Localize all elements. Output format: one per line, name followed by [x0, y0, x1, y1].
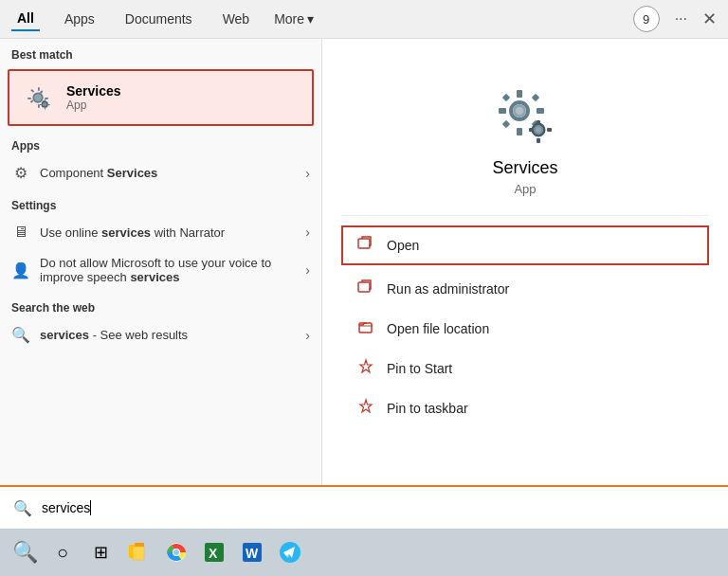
chevron-right-icon-4: › [305, 328, 310, 343]
taskbar: 🔍 ○ ⊞ X W [0, 529, 728, 576]
chevron-right-icon-3: › [305, 262, 310, 278]
search-cursor [90, 500, 91, 515]
taskbar-word[interactable]: W [235, 535, 269, 569]
services-icon [21, 81, 55, 115]
taskbar-chrome[interactable] [159, 535, 193, 569]
pin-to-taskbar-action[interactable]: Pin to taskbar [341, 388, 709, 428]
settings-section-label: Settings [0, 189, 321, 216]
svg-rect-8 [537, 108, 544, 114]
component-services-icon: ⚙ [11, 164, 30, 182]
file-location-label: Open file location [387, 321, 489, 336]
chevron-right-icon-2: › [305, 225, 310, 240]
open-label: Open [387, 238, 419, 253]
more-menu[interactable]: More ▾ [274, 11, 314, 27]
narrator-icon: 🖥 [11, 224, 30, 241]
taskbar-grid[interactable]: ⊞ [83, 535, 118, 569]
taskbar-excel[interactable]: X [197, 535, 231, 569]
svg-rect-17 [537, 138, 540, 143]
main-container: Best match [0, 39, 728, 511]
taskbar-search[interactable]: 🔍 [8, 535, 42, 569]
app-detail: Services App [341, 58, 709, 216]
narrator-label: Use online services with Narrator [40, 225, 296, 240]
tab-web[interactable]: Web [217, 8, 256, 30]
run-admin-icon [356, 279, 375, 299]
svg-rect-6 [517, 128, 522, 135]
search-input-value: services [42, 500, 90, 515]
file-location-icon [356, 318, 375, 339]
top-navigation: All Apps Documents Web More ▾ 9 ··· ✕ [0, 0, 728, 39]
web-search-item[interactable]: 🔍 services - See web results › [0, 318, 321, 351]
app-detail-name: Services [492, 158, 557, 178]
run-admin-label: Run as administrator [387, 281, 509, 297]
search-input-container[interactable]: services [42, 500, 91, 515]
more-options-button[interactable]: ··· [671, 9, 691, 29]
apps-section-label: Apps [0, 130, 321, 156]
open-icon [356, 235, 375, 256]
best-match-item[interactable]: Services App [8, 69, 314, 126]
taskbar-files[interactable] [121, 535, 155, 569]
pin-start-label: Pin to Start [387, 361, 452, 376]
best-match-text: Services App [66, 83, 121, 112]
search-icon: 🔍 [13, 499, 32, 517]
microsoft-icon: 👤 [11, 261, 30, 279]
svg-text:W: W [246, 546, 259, 561]
svg-rect-27 [133, 547, 144, 560]
svg-rect-16 [537, 120, 540, 125]
right-panel: Services App Open [322, 39, 728, 511]
tab-all[interactable]: All [11, 7, 40, 31]
svg-text:X: X [209, 546, 218, 561]
tab-apps[interactable]: Apps [59, 8, 100, 30]
actions-list: Open Run as administrator [341, 225, 709, 428]
taskbar-circle[interactable]: ○ [46, 535, 80, 569]
component-services-label: Component Services [40, 166, 296, 180]
more-label: More [274, 11, 304, 27]
open-action[interactable]: Open [341, 225, 709, 265]
microsoft-services-item[interactable]: 👤 Do not allow Microsoft to use your voi… [0, 248, 321, 292]
pin-to-start-action[interactable]: Pin to Start [341, 349, 709, 388]
svg-rect-10 [532, 94, 539, 101]
app-detail-type: App [514, 182, 536, 196]
left-panel: Best match [0, 39, 322, 511]
chevron-right-icon: › [305, 166, 310, 181]
taskbar-telegram[interactable] [273, 535, 307, 569]
web-search-label: services - See web results [40, 328, 296, 342]
svg-point-1 [34, 94, 41, 100]
svg-rect-11 [502, 120, 510, 128]
pin-taskbar-label: Pin to taskbar [387, 401, 468, 416]
microsoft-label: Do not allow Microsoft to use your voice… [40, 256, 296, 284]
best-match-subtitle: App [66, 99, 121, 112]
svg-rect-7 [499, 108, 506, 114]
svg-point-3 [43, 102, 47, 107]
open-file-location-action[interactable]: Open file location [341, 309, 709, 349]
best-match-label: Best match [0, 39, 321, 65]
search-bar: 🔍 services [0, 485, 728, 529]
pin-start-icon [356, 358, 375, 379]
tab-documents[interactable]: Documents [119, 8, 198, 30]
svg-point-21 [536, 127, 541, 133]
svg-point-30 [173, 549, 179, 555]
top-bar-right: 9 ··· ✕ [633, 6, 717, 32]
component-services-item[interactable]: ⚙ Component Services › [0, 156, 321, 189]
svg-rect-22 [358, 239, 370, 248]
svg-rect-5 [517, 90, 522, 98]
svg-rect-18 [529, 128, 534, 132]
svg-point-14 [516, 107, 523, 115]
chevron-down-icon: ▾ [307, 11, 314, 27]
user-badge[interactable]: 9 [633, 6, 660, 32]
app-detail-icon [495, 86, 555, 147]
svg-rect-19 [547, 128, 552, 132]
run-as-admin-action[interactable]: Run as administrator [341, 269, 709, 309]
best-match-title: Services [66, 83, 121, 99]
search-web-icon: 🔍 [11, 326, 30, 344]
close-button[interactable]: ✕ [702, 9, 717, 29]
svg-rect-23 [358, 282, 370, 292]
web-section-label: Search the web [0, 292, 321, 318]
pin-taskbar-icon [356, 398, 375, 419]
narrator-services-item[interactable]: 🖥 Use online services with Narrator › [0, 216, 321, 248]
svg-rect-9 [502, 94, 510, 101]
